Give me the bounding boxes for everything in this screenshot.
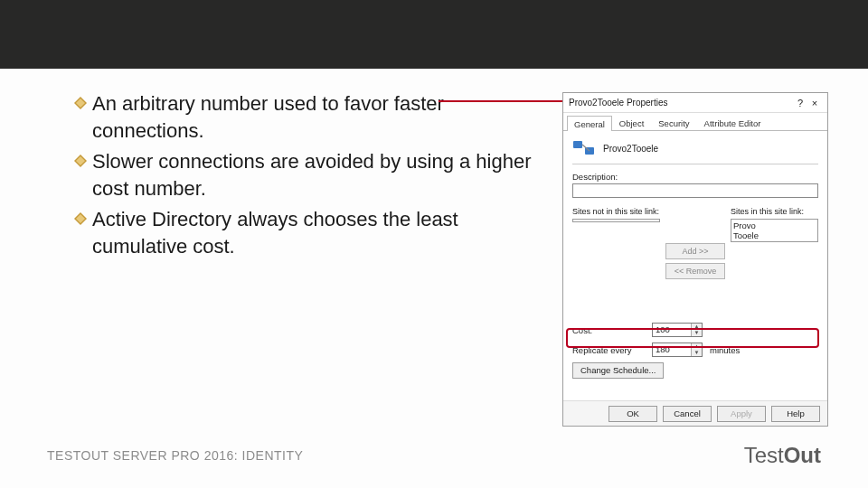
bullet-text: Slower connections are avoided by using … [92, 148, 535, 202]
dialog-footer: OK Cancel Apply Help [563, 400, 827, 426]
change-schedule-button[interactable]: Change Schedule... [572, 362, 664, 379]
chevron-up-icon[interactable]: ▲ [692, 324, 702, 330]
chevron-down-icon[interactable]: ▼ [692, 330, 702, 336]
help-button[interactable]: Help [771, 406, 820, 422]
sites-in-link-listbox[interactable]: Provo Tooele [731, 219, 818, 242]
footer-logo: TestOut [744, 443, 821, 468]
spinner-buttons: ▲ ▼ [691, 343, 702, 356]
remove-button[interactable]: << Remove [665, 263, 725, 279]
replicate-row: Replicate every 180 ▲ ▼ minutes [572, 343, 818, 357]
help-icon[interactable]: ? [793, 98, 807, 108]
left-list-column: Sites not in this site link: [572, 207, 660, 222]
callout-line-horizontal [439, 100, 576, 102]
cost-spinner[interactable]: 100 ▲ ▼ [652, 323, 703, 337]
tab-object[interactable]: Object [612, 115, 651, 130]
left-list-label: Sites not in this site link: [572, 207, 660, 217]
apply-button[interactable]: Apply [717, 406, 766, 422]
tab-strip: General Object Security Attribute Editor [563, 113, 827, 131]
cancel-button[interactable]: Cancel [663, 406, 712, 422]
close-icon[interactable]: × [807, 98, 822, 108]
sites-not-in-link-listbox[interactable] [572, 219, 660, 222]
bullet-list: An arbitrary number used to favor faster… [74, 90, 535, 264]
dialog-title: Provo2Tooele Properties [569, 98, 793, 108]
site-link-icon [572, 138, 596, 158]
site-lists-row: Sites not in this site link: Add >> << R… [572, 207, 818, 315]
description-label: Description: [572, 172, 818, 182]
properties-dialog: Provo2Tooele Properties ? × General Obje… [562, 92, 828, 427]
dialog-titlebar: Provo2Tooele Properties ? × [563, 93, 827, 113]
list-item[interactable]: Tooele [733, 230, 816, 240]
cost-row: Cost: 100 ▲ ▼ [572, 323, 818, 337]
footer-course-title: TESTOUT SERVER PRO 2016: IDENTITY [47, 448, 303, 463]
replicate-unit: minutes [710, 345, 740, 355]
logo-thin: Test [744, 443, 784, 467]
chevron-up-icon[interactable]: ▲ [692, 343, 702, 350]
cost-value: 100 [653, 324, 691, 336]
bullet-text: An arbitrary number used to favor faster… [92, 90, 535, 145]
object-header-row: Provo2Tooele [572, 138, 818, 164]
bullet-item: Slower connections are avoided by using … [74, 148, 535, 202]
top-bar [0, 0, 868, 69]
ok-button[interactable]: OK [609, 406, 657, 422]
diamond-icon [74, 155, 87, 167]
spinner-buttons: ▲ ▼ [691, 324, 702, 336]
right-list-column: Sites in this site link: Provo Tooele [731, 207, 818, 242]
description-row: Description: [572, 172, 818, 198]
add-button[interactable]: Add >> [665, 243, 725, 259]
replicate-label: Replicate every [572, 345, 645, 355]
replicate-spinner[interactable]: 180 ▲ ▼ [652, 343, 703, 357]
list-item[interactable]: Provo [733, 221, 816, 230]
bullet-item: Active Directory always chooses the leas… [74, 206, 535, 260]
tab-general[interactable]: General [567, 116, 612, 131]
move-buttons-column: Add >> << Remove [665, 207, 725, 315]
svg-rect-6 [573, 141, 582, 148]
slide: An arbitrary number used to favor faster… [0, 0, 868, 488]
chevron-down-icon[interactable]: ▼ [692, 350, 702, 356]
object-name: Provo2Tooele [603, 144, 658, 154]
tab-attribute-editor[interactable]: Attribute Editor [697, 115, 769, 130]
cost-label: Cost: [572, 325, 645, 335]
diamond-icon [74, 212, 87, 225]
tab-security[interactable]: Security [651, 115, 696, 130]
bullet-text: Active Directory always chooses the leas… [92, 206, 535, 260]
diamond-icon [74, 97, 87, 109]
bullet-item: An arbitrary number used to favor faster… [74, 90, 535, 145]
logo-text: TestOut [744, 443, 821, 467]
logo-bold: Out [784, 443, 821, 467]
right-list-label: Sites in this site link: [731, 207, 818, 217]
description-input[interactable] [572, 183, 818, 198]
dialog-body: Provo2Tooele Description: Sites not in t… [563, 131, 827, 402]
replicate-value: 180 [653, 343, 691, 356]
